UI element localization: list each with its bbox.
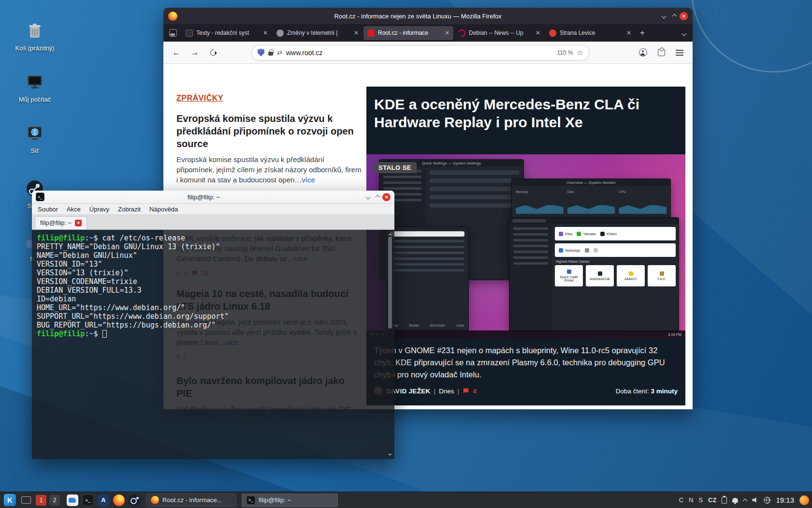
desktop-icon-network[interactable]: Síť bbox=[10, 124, 60, 154]
lock-indicator-s[interactable]: S bbox=[698, 496, 703, 504]
more-link[interactable]: více bbox=[302, 176, 315, 184]
tab-close-icon[interactable]: ✕ bbox=[445, 30, 450, 36]
tracking-shield-icon[interactable] bbox=[258, 49, 264, 57]
feature-article-card[interactable]: KDE a oceněný Mercedes-Benz CLA či Hardw… bbox=[366, 87, 685, 405]
tab-close-icon[interactable]: ✕ bbox=[626, 30, 631, 36]
reload-button[interactable] bbox=[206, 45, 220, 60]
extensions-icon[interactable] bbox=[654, 45, 668, 60]
tab-strip: Texty - redakční syst ✕ Změny v telemetr… bbox=[163, 24, 693, 42]
back-button[interactable]: ← bbox=[169, 45, 184, 60]
clipboard-icon[interactable] bbox=[722, 497, 727, 504]
window-title: Root.cz - informace nejen ze světa Linux… bbox=[177, 13, 658, 20]
scrollbar-handle[interactable] bbox=[388, 237, 392, 329]
list-tabs-icon[interactable] bbox=[682, 29, 686, 37]
new-tab-button[interactable]: + bbox=[636, 27, 649, 39]
taskbar: 1 2 Root.cz - informace... filip@filip: … bbox=[0, 492, 812, 508]
maximize-button[interactable] bbox=[373, 192, 382, 202]
terminal-tabbar: filip@filip: ~ × bbox=[32, 215, 394, 230]
pager-desktop-1[interactable]: 1 bbox=[36, 495, 46, 506]
feature-date: Dnes bbox=[439, 388, 454, 395]
tab-close-icon[interactable]: ✕ bbox=[263, 30, 268, 36]
terminal-titlebar[interactable]: filip@filip: ~ × bbox=[32, 191, 394, 204]
keyboard-layout[interactable]: CZ bbox=[708, 496, 716, 504]
clock[interactable]: 19:13 bbox=[776, 496, 794, 504]
terminal-line: VERSION="13 (trixie)" bbox=[37, 269, 390, 277]
network-icon bbox=[25, 124, 45, 145]
terminal-line: SUPPORT_URL="https://www.debian.org/supp… bbox=[37, 312, 390, 321]
menu-napoveda[interactable]: Nápověda bbox=[149, 206, 178, 213]
tab-levice[interactable]: Strana Levice ✕ bbox=[545, 26, 635, 40]
task-button-firefox[interactable]: Root.cz - informace... bbox=[146, 493, 236, 507]
terminal-launcher-icon[interactable] bbox=[82, 494, 94, 506]
system-tray: C N S CZ 19:13 bbox=[679, 492, 809, 508]
pager-desktop-2[interactable]: 2 bbox=[49, 495, 60, 506]
firefox-launcher-icon[interactable] bbox=[113, 494, 125, 506]
tab-debian[interactable]: Debian -- News -- Up ✕ bbox=[454, 26, 544, 40]
comment-icon bbox=[463, 388, 469, 394]
tab-rootcz-active[interactable]: Root.cz - informace ✕ bbox=[363, 26, 453, 40]
show-desktop-icon[interactable] bbox=[21, 496, 31, 504]
konsole-icon bbox=[246, 496, 255, 505]
minimize-button[interactable] bbox=[658, 11, 669, 21]
tab-close-icon[interactable]: ✕ bbox=[354, 30, 359, 36]
lock-icon[interactable] bbox=[268, 52, 273, 56]
scroll-up-icon[interactable] bbox=[388, 231, 392, 235]
close-button[interactable]: × bbox=[680, 12, 688, 20]
tab-texty[interactable]: Texty - redakční syst ✕ bbox=[182, 26, 272, 40]
permissions-icon[interactable]: ⇄ bbox=[277, 49, 282, 56]
terminal-scrollbar[interactable] bbox=[387, 231, 393, 458]
screenshot-taskbar: 3:16 PM bbox=[366, 330, 685, 338]
status-orange-icon[interactable] bbox=[799, 495, 809, 505]
forward-button[interactable]: → bbox=[188, 45, 202, 60]
tray-expander-icon[interactable] bbox=[743, 496, 747, 505]
editor-icon[interactable] bbox=[98, 494, 109, 506]
firefox-icon bbox=[151, 496, 159, 504]
lock-indicator-n[interactable]: N bbox=[689, 496, 693, 504]
lock-indicator-c[interactable]: C bbox=[679, 496, 683, 504]
app-launcher-icon[interactable] bbox=[4, 494, 16, 506]
screenshot-window-discover: Elisa Yakuake KStars Skanpage Highest-Ra… bbox=[509, 217, 679, 331]
firefox-view-icon[interactable] bbox=[169, 29, 177, 37]
screenshot-window-launcher: Sleep Restart Shut Down Leave bbox=[386, 227, 469, 330]
terminal-tab[interactable]: filip@filip: ~ × bbox=[35, 216, 87, 229]
notifications-icon[interactable] bbox=[732, 498, 738, 503]
minimize-button[interactable] bbox=[363, 192, 373, 202]
feature-headline[interactable]: KDE a oceněný Mercedes-Benz CLA či Hardw… bbox=[374, 95, 678, 131]
url-bar[interactable]: ⇄ www.root.cz 110 % ☆ bbox=[251, 45, 590, 60]
terminal-screen[interactable]: filip@filip:~$ cat /etc/os-release PRETT… bbox=[32, 230, 394, 459]
scroll-down-icon[interactable] bbox=[388, 454, 392, 458]
steam-launcher-icon[interactable] bbox=[129, 494, 140, 506]
article-body: Evropská komise spustila výzvu k předklá… bbox=[176, 154, 362, 185]
reading-time: Doba čtení: 3 minuty bbox=[616, 388, 678, 395]
account-icon[interactable] bbox=[636, 45, 650, 60]
tab-close-icon[interactable]: × bbox=[75, 220, 82, 226]
task-button-terminal[interactable]: filip@filip: ~ bbox=[242, 493, 338, 507]
menu-button[interactable] bbox=[672, 45, 687, 60]
firefox-titlebar[interactable]: Root.cz - informace nejen ze světa Linux… bbox=[163, 8, 693, 24]
terminal-window: filip@filip: ~ × Soubor Akce Úpravy Zobr… bbox=[32, 191, 394, 459]
desktop-icon-trash[interactable]: Koš (prázdný) bbox=[10, 21, 60, 52]
favicon bbox=[367, 30, 375, 37]
menu-upravy[interactable]: Úpravy bbox=[89, 206, 109, 213]
url-text[interactable]: www.root.cz bbox=[286, 49, 322, 57]
tab-telemetrie[interactable]: Změny v telemetrii | ✕ bbox=[273, 26, 362, 40]
desktop-icon-computer[interactable]: Můj počítač bbox=[10, 73, 60, 103]
tab-close-icon[interactable]: ✕ bbox=[536, 30, 540, 36]
volume-icon[interactable] bbox=[752, 497, 758, 503]
section-link-zpravicky[interactable]: ZPRÁVIČKY bbox=[176, 94, 223, 103]
terminal-line: VERSION_CODENAME=trixie bbox=[37, 277, 390, 286]
menu-soubor[interactable]: Soubor bbox=[38, 206, 58, 213]
article-title[interactable]: Evropská komise spustila výzvu k předklá… bbox=[176, 112, 362, 150]
desktop: Koš (prázdný) Můj počítač Síť Ste... fil… bbox=[0, 0, 812, 508]
comment-count[interactable]: 4 bbox=[473, 388, 477, 395]
menu-zobrazit[interactable]: Zobrazit bbox=[118, 206, 141, 213]
zoom-indicator[interactable]: 110 % bbox=[557, 49, 573, 56]
bookmark-star-icon[interactable]: ☆ bbox=[577, 48, 583, 57]
menu-akce[interactable]: Akce bbox=[67, 206, 81, 213]
category-badge: STALO SE bbox=[373, 162, 417, 173]
maximize-button[interactable] bbox=[669, 11, 680, 21]
file-manager-icon[interactable] bbox=[67, 494, 78, 506]
terminal-line: DEBIAN_VERSION_FULL=13.3 bbox=[37, 286, 390, 295]
close-button[interactable]: × bbox=[382, 193, 391, 201]
network-icon[interactable] bbox=[764, 497, 770, 504]
